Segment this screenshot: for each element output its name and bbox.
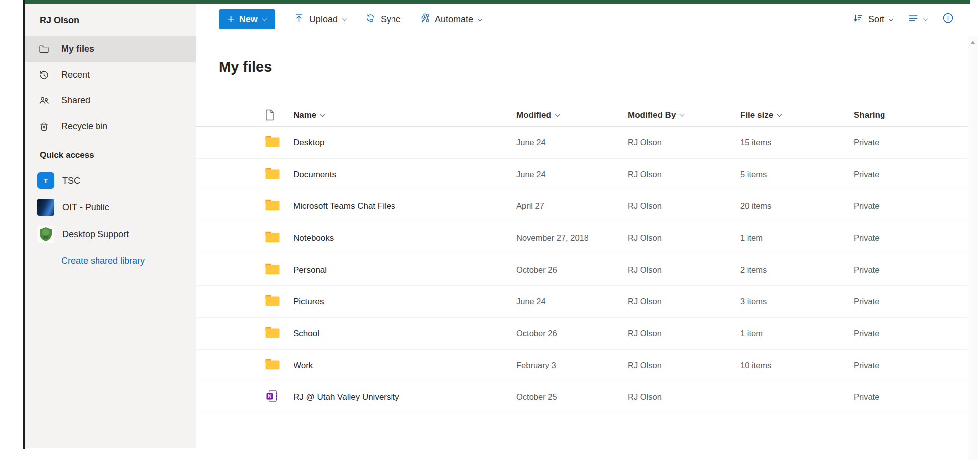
- sidebar-item-label: Recent: [61, 70, 90, 80]
- file-sharing: Private: [854, 170, 968, 179]
- upload-icon: [294, 13, 304, 26]
- file-modified-by: RJ Olson: [628, 170, 740, 179]
- command-bar: + New Upload: [196, 4, 968, 35]
- file-modified: June 24: [516, 170, 628, 179]
- sync-label: Sync: [381, 14, 400, 25]
- sidebar-item-recycle-bin[interactable]: Recycle bin: [25, 113, 196, 139]
- file-size: 1 item: [740, 329, 854, 338]
- sort-icon: [853, 13, 863, 26]
- file-sharing: Private: [854, 233, 968, 243]
- new-button[interactable]: + New: [219, 9, 275, 29]
- main-content: + New Upload: [196, 4, 968, 460]
- column-header-modified-by[interactable]: Modified By: [628, 110, 740, 120]
- file-name[interactable]: Work: [294, 361, 516, 370]
- sync-button[interactable]: Sync: [365, 13, 400, 26]
- sidebar-item-recent[interactable]: Recent: [25, 62, 196, 88]
- quick-access-label: OIT - Public: [62, 202, 109, 213]
- file-modified: June 24: [516, 138, 628, 147]
- file-row[interactable]: N RJ @ Utah Valley University October 25…: [196, 381, 968, 413]
- chevron-down-icon: [262, 16, 267, 21]
- onenote-icon: N: [265, 389, 279, 405]
- file-row[interactable]: Notebooks November 27, 2018 RJ Olson 1 i…: [196, 222, 968, 254]
- chevron-down-icon: [923, 16, 928, 21]
- file-modified: April 27: [516, 201, 628, 211]
- oit-site-thumbnail: [37, 199, 54, 216]
- file-name[interactable]: Documents: [294, 170, 516, 180]
- file-row[interactable]: Work February 3 RJ Olson 10 items Privat…: [196, 350, 968, 381]
- sync-icon: [365, 13, 376, 26]
- file-row[interactable]: School October 26 RJ Olson 1 item Privat…: [196, 318, 968, 350]
- automate-button[interactable]: Automate: [419, 13, 482, 26]
- file-row[interactable]: Desktop June 24 RJ Olson 15 items Privat…: [196, 127, 968, 159]
- folder-icon: [265, 327, 280, 340]
- quick-access-item-desktop-support[interactable]: Desktop Support: [25, 221, 196, 248]
- people-icon: [39, 95, 49, 106]
- flow-automate-icon: [419, 13, 430, 26]
- upload-label: Upload: [309, 14, 338, 25]
- scrollbar[interactable]: [968, 36, 977, 460]
- file-sharing: Private: [854, 297, 968, 306]
- sidebar-item-my-files[interactable]: My files: [25, 36, 196, 62]
- quick-access-heading: Quick access: [25, 150, 196, 160]
- file-name[interactable]: Pictures: [294, 297, 516, 307]
- account-name: RJ Olson: [25, 4, 196, 36]
- svg-text:N: N: [268, 394, 271, 399]
- file-size: 3 items: [740, 297, 854, 306]
- file-type-column-icon[interactable]: [265, 109, 294, 121]
- sidebar-item-shared[interactable]: Shared: [25, 88, 196, 113]
- sort-button[interactable]: Sort: [853, 13, 893, 26]
- file-modified-by: RJ Olson: [628, 265, 740, 275]
- folder-icon: [265, 231, 280, 245]
- file-modified: October 25: [516, 392, 628, 402]
- file-name[interactable]: Microsoft Teams Chat Files: [294, 201, 516, 211]
- chevron-down-icon: [555, 112, 560, 117]
- chevron-down-icon: [777, 112, 782, 117]
- new-button-label: New: [239, 14, 258, 25]
- folder-icon: [265, 168, 280, 181]
- folder-outline-icon: [39, 44, 49, 54]
- file-name[interactable]: Desktop: [294, 138, 516, 148]
- file-size: 2 items: [740, 265, 854, 275]
- file-name[interactable]: School: [294, 329, 516, 339]
- trash-icon: [39, 121, 49, 132]
- view-options-button[interactable]: [908, 13, 927, 26]
- sidebar: RJ Olson My files Recent: [25, 4, 196, 448]
- onedrive-app: RJ Olson My files Recent: [0, 0, 980, 460]
- command-bar-right: Sort: [853, 12, 954, 26]
- file-list: Desktop June 24 RJ Olson 15 items Privat…: [196, 127, 968, 413]
- column-header-file-size[interactable]: File size: [740, 110, 854, 120]
- page-title: My files: [219, 57, 968, 76]
- plus-icon: +: [228, 14, 234, 25]
- column-header-name[interactable]: Name: [294, 110, 516, 120]
- scrollbar-up-arrow[interactable]: [970, 41, 975, 44]
- file-row[interactable]: Microsoft Teams Chat Files April 27 RJ O…: [196, 190, 968, 222]
- file-row[interactable]: Personal October 26 RJ Olson 2 items Pri…: [196, 254, 968, 286]
- folder-icon: [265, 263, 280, 276]
- sidebar-item-label: My files: [61, 44, 94, 54]
- sidebar-item-label: Recycle bin: [61, 121, 107, 132]
- file-modified-by: RJ Olson: [628, 297, 740, 306]
- quick-access-label: Desktop Support: [62, 229, 129, 240]
- column-header-sharing[interactable]: Sharing: [854, 110, 968, 120]
- file-row[interactable]: Documents June 24 RJ Olson 5 items Priva…: [196, 159, 968, 190]
- file-row[interactable]: Pictures June 24 RJ Olson 3 items Privat…: [196, 286, 968, 318]
- file-name[interactable]: Personal: [294, 265, 516, 275]
- details-pane-button[interactable]: [942, 12, 954, 26]
- file-modified-by: RJ Olson: [628, 201, 740, 211]
- file-modified-by: RJ Olson: [628, 329, 740, 338]
- quick-access-item-tsc[interactable]: T TSC: [25, 167, 196, 194]
- quick-access-item-oit-public[interactable]: OIT - Public: [25, 194, 196, 221]
- file-sharing: Private: [854, 265, 968, 275]
- create-shared-library-link[interactable]: Create shared library: [25, 256, 196, 266]
- sidebar-item-label: Shared: [61, 95, 90, 106]
- folder-icon: [265, 136, 280, 149]
- file-modified: October 26: [516, 265, 628, 275]
- file-size: 5 items: [740, 170, 854, 179]
- file-sharing: Private: [854, 138, 968, 147]
- upload-button[interactable]: Upload: [294, 13, 346, 26]
- file-size: 10 items: [740, 361, 854, 370]
- file-size: 20 items: [740, 201, 854, 211]
- file-name[interactable]: RJ @ Utah Valley University: [294, 392, 516, 402]
- column-header-modified[interactable]: Modified: [516, 110, 628, 120]
- file-name[interactable]: Notebooks: [294, 233, 516, 243]
